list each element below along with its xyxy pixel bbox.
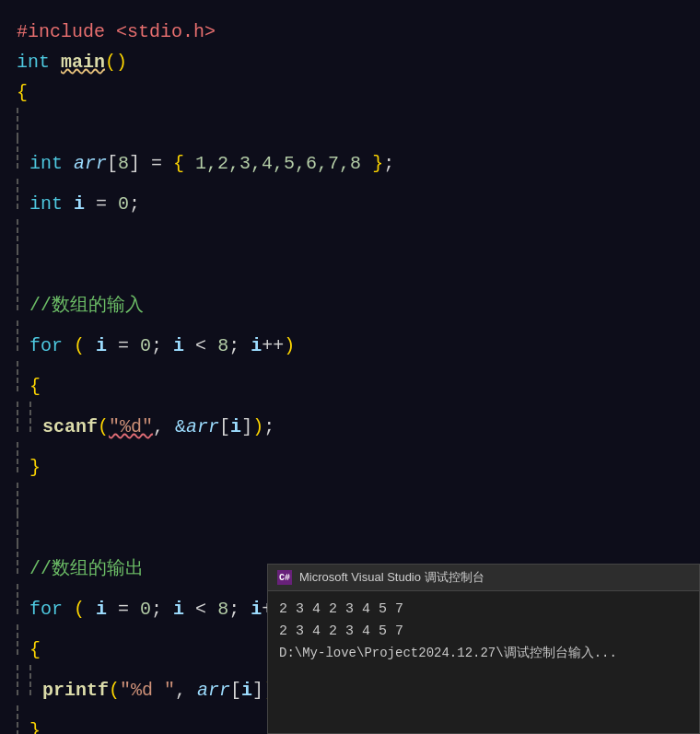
dashed-indent-blank3 [17,250,18,280]
dashed-indent-scanf1 [17,402,18,432]
comment-output: //数组的输出 [29,553,144,584]
vs-console-body: 2 3 4 2 3 4 5 7 2 3 4 2 3 4 5 7 D:\My-lo… [268,591,699,733]
dashed-indent-arr [17,138,18,169]
arr-vals: 1,2,3,4,5,6,7,8 [195,148,361,179]
scanf-paren-close: ) [252,412,263,442]
dashed-indent-brace-for1-close [17,442,18,472]
scanf-paren-open: ( [98,412,109,442]
comment-input: //数组的输入 [29,290,144,320]
for1-pp: ++ [262,331,284,361]
printf-bracket-close: ] [252,675,263,705]
scanf-bracket: [ [219,412,230,442]
vs-studio-icon: C# [277,570,292,585]
brace-for1-open: { [29,371,41,402]
dashed-indent-for2 [17,584,18,614]
printf-fmt: "%d " [120,675,175,705]
for2-paren-open: ( [74,594,96,624]
include-directive: #include [17,17,116,47]
dashed-indent-printf1 [17,665,18,695]
code-line-blank5 [17,513,700,543]
var-arr: arr [74,148,107,179]
vs-console-titlebar: C# Microsoft Visual Studio 调试控制台 [268,565,699,591]
scanf-fmt: "%d" [109,412,153,442]
scanf-arr: arr [186,412,219,442]
printf-i: i [241,675,252,705]
dashed-indent-scanf2 [29,402,31,432]
vs-console-panel[interactable]: C# Microsoft Visual Studio 调试控制台 2 3 4 2… [267,564,700,734]
code-line-comment1: //数组的输入 [17,280,700,320]
for2-semi1: ; [151,594,173,624]
brace-for2-open: { [29,635,41,665]
printf-paren-open: ( [109,675,120,705]
keyword-for1: for [29,331,74,361]
code-line-arr-decl: int arr[8] = { 1,2,3,4,5,6,7,8 }; [17,138,700,179]
console-output-line3: D:\My-love\Project2024.12.27\调试控制台输入... [279,643,688,663]
init-brace-open: { [173,148,195,179]
code-line-blank2 [17,219,700,250]
for1-i: i [96,331,107,361]
console-output-line2: 2 3 4 2 3 4 5 7 [279,621,688,643]
for1-paren-open: ( [74,331,96,361]
code-line-blank4 [17,483,700,513]
paren-open: ( [105,47,116,77]
code-line-i-decl: int i = 0; [17,179,700,219]
brace-for1-close: } [29,452,41,483]
code-line-blank1 [17,108,700,138]
dashed-indent-for1 [17,320,18,351]
brace-for2-close: } [29,716,41,734]
for1-eq: = [107,331,140,361]
dashed-indent-brace-for2-close [17,705,18,734]
for1-iinc: i [251,331,262,361]
for1-semi2: ; [228,331,251,361]
code-line-scanf: scanf("%d", &arr[i]); [17,402,700,442]
console-output-line1: 2 3 4 2 3 4 5 7 [279,599,688,621]
printf-bracket: [ [230,675,241,705]
type-int-arr: int [29,148,74,179]
code-line-include: #include <stdio.h> [17,17,700,47]
code-line-blank3 [17,250,700,280]
vs-console-title: Microsoft Visual Studio 调试控制台 [299,569,484,586]
func-main: main [61,47,105,77]
i-eq: = [85,189,118,219]
for2-eq: = [107,594,140,624]
arr-semi: ; [383,148,394,179]
dashed-indent-brace-for1 [17,361,18,391]
for1-paren-close: ) [284,331,295,361]
i-semi: ; [129,189,140,219]
func-printf: printf [42,675,109,705]
arr-bracket-close: ] = [129,148,173,179]
for2-iinc: i [251,594,262,624]
for1-zero: 0 [140,331,151,361]
dashed-indent-comment1 [17,280,18,310]
keyword-int: int [17,47,61,77]
scanf-bracket-close: ] [241,412,252,442]
code-line-brace-for1: { [17,361,700,402]
for2-eight: 8 [217,594,228,624]
for2-semi2: ; [228,594,251,624]
var-i: i [74,189,85,219]
dashed-indent-i [17,179,18,209]
for1-eight: 8 [217,331,228,361]
init-brace-close: } [361,148,383,179]
paren-close: ) [116,47,127,77]
for2-lt: < [184,594,217,624]
code-line-for1: for ( i = 0; i < 8; i++) [17,320,700,361]
include-header: <stdio.h> [116,17,216,47]
scanf-i: i [230,412,241,442]
dashed-indent-blank4 [17,483,18,513]
dashed-indent-blank5 [17,513,18,543]
scanf-comma: , [153,412,175,442]
scanf-semi: ; [263,412,274,442]
printf-comma: , [175,675,197,705]
code-line-brace-for1-close: } [17,442,700,483]
printf-arr: arr [197,675,230,705]
for2-zero: 0 [140,594,151,624]
code-line-brace-open: { [17,77,700,108]
for2-i: i [96,594,107,624]
for1-i2: i [173,331,184,361]
dashed-indent-printf2 [29,665,31,695]
arr-bracket: [ [107,148,118,179]
func-scanf: scanf [42,412,98,442]
for1-lt: < [184,331,217,361]
keyword-for2: for [29,594,74,624]
